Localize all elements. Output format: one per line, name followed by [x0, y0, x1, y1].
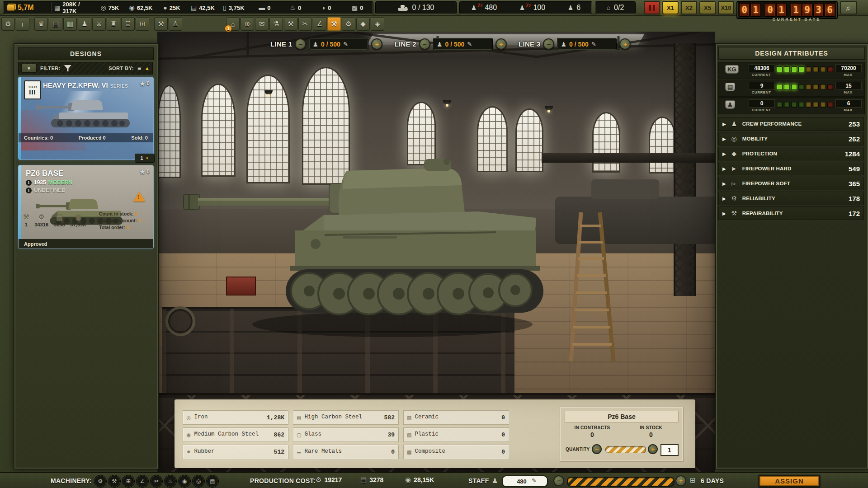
- welder-machine-icon[interactable]: ∠: [136, 475, 149, 488]
- worker-icon: ♟: [561, 41, 566, 47]
- staff-increase-button[interactable]: +: [675, 475, 686, 486]
- tuning-icon[interactable]: ✂: [298, 17, 312, 31]
- staff-count-input[interactable]: [502, 475, 548, 487]
- info-icon[interactable]: 1: [26, 188, 32, 193]
- mechanic-icon[interactable]: ⚒: [154, 17, 168, 31]
- gauge-current-value: 48306: [749, 64, 775, 72]
- conveyor-machine-icon[interactable]: ▤: [206, 475, 219, 488]
- milling-machine-icon[interactable]: ⚒: [108, 475, 121, 488]
- staff-decrease-button[interactable]: −: [553, 475, 564, 486]
- pause-button[interactable]: [644, 1, 660, 14]
- staff-slider[interactable]: [567, 477, 675, 487]
- line-quota-box: ♟ 0 / 500 ✎: [309, 38, 368, 50]
- design-card-series[interactable]: TIER III HEAVY PZ.KPFW. VISERIES ★0 Coun…: [18, 77, 154, 160]
- attr-protection[interactable]: ▶ ◆ PROTECTION 1284: [718, 147, 864, 160]
- tank-defense-icon[interactable]: ◈: [371, 17, 384, 31]
- info-icon[interactable]: i: [16, 17, 29, 31]
- expand-arrow-icon[interactable]: ▶: [722, 166, 726, 171]
- tank-depot-icon[interactable]: ◆: [356, 17, 370, 31]
- info-icon[interactable]: 1: [26, 180, 32, 186]
- collapse-dropdown-button[interactable]: ▼: [21, 64, 37, 73]
- attr-reliability[interactable]: ▶ ⚙ RELIABILITY 178: [718, 192, 864, 205]
- speed-x10-button[interactable]: X10: [718, 1, 734, 14]
- press-machine-icon[interactable]: ⊞: [122, 475, 135, 488]
- attributes-panel-title: DESIGN ATTRIBUTES: [718, 47, 865, 60]
- military-icon[interactable]: ⚔: [92, 17, 106, 31]
- speed-x5-button[interactable]: X5: [699, 1, 716, 14]
- edit-icon[interactable]: ✎: [591, 41, 596, 47]
- line-increase-button[interactable]: +: [619, 38, 631, 50]
- megaphone-icon[interactable]: ♬: [840, 1, 857, 14]
- revision-dropdown[interactable]: 1 ▼: [135, 154, 155, 163]
- in-stock-value: 0: [622, 431, 680, 438]
- speed-x1-button[interactable]: X1: [662, 1, 679, 14]
- furnace-machine-icon[interactable]: ♨: [164, 475, 177, 488]
- era-badge: MODERN: [48, 179, 72, 186]
- crane-machine-icon[interactable]: ◎: [192, 475, 205, 488]
- government-icon[interactable]: ♖: [121, 17, 135, 31]
- quantity-input[interactable]: [660, 444, 679, 456]
- factory-icon[interactable]: ⌂1: [226, 17, 240, 31]
- vault-icon[interactable]: ⊞: [136, 17, 149, 31]
- lathe-machine-icon[interactable]: ⚙: [94, 475, 107, 488]
- engineer-icon[interactable]: ♙: [169, 17, 182, 31]
- quantity-decrease-button[interactable]: −: [592, 444, 602, 454]
- quantity-slider[interactable]: [605, 446, 646, 453]
- line-decrease-button[interactable]: −: [419, 38, 430, 50]
- grinder-machine-icon[interactable]: ◉: [178, 475, 191, 488]
- resource-item: ▯ 3,75K: [218, 2, 249, 14]
- design-card-base[interactable]: PZ6 BASE ★0 1 1935 MODERN 1 UNDEFINED: [18, 165, 154, 249]
- toolbar-glyph: i: [22, 20, 23, 28]
- attr-firepower-hard[interactable]: ▶ ► FIREPOWER HARD 549: [718, 162, 864, 175]
- workshop-icon[interactable]: ⚒: [284, 17, 297, 31]
- design-tools-icon[interactable]: ∠: [313, 17, 326, 31]
- achievements-icon[interactable]: ♛: [34, 17, 48, 31]
- line-decrease-button[interactable]: −: [295, 38, 306, 50]
- line-increase-button[interactable]: +: [371, 38, 382, 50]
- expand-arrow-icon[interactable]: ▶: [722, 181, 726, 186]
- newspaper-icon[interactable]: ▤: [49, 17, 62, 31]
- material-icon: ▧: [407, 414, 411, 422]
- steel-plates-icon: ▤: [191, 5, 197, 11]
- expand-arrow-icon[interactable]: ▶: [722, 136, 726, 141]
- expand-arrow-icon[interactable]: ▶: [722, 211, 726, 216]
- reports-icon[interactable]: ▥: [63, 17, 77, 31]
- expand-arrow-icon[interactable]: ▶: [722, 122, 726, 127]
- filter-funnel-icon[interactable]: [64, 65, 71, 71]
- sort-direction-icon[interactable]: ▲: [145, 66, 150, 71]
- attr-firepower-soft[interactable]: ▶ ▻ FIREPOWER SOFT 365: [718, 177, 864, 190]
- edit-icon[interactable]: ✎: [467, 41, 472, 47]
- agents-icon[interactable]: ♟: [78, 17, 91, 31]
- filter-label: FILTER:: [40, 66, 61, 71]
- max-label: MAX: [835, 108, 861, 112]
- line-decrease-button[interactable]: −: [543, 38, 554, 50]
- attr-crew-performance[interactable]: ▶ ♟ CREW PERFORMANCE 253: [718, 117, 864, 131]
- material-composite: ▩ Composite 0: [403, 445, 509, 459]
- engine-icon[interactable]: ⚙: [342, 17, 355, 31]
- warning-icon[interactable]: [133, 192, 145, 202]
- speed-x2-button[interactable]: X2: [681, 1, 697, 14]
- gauge-led: [777, 102, 783, 108]
- contracts-icon[interactable]: ✉: [255, 17, 269, 31]
- drill-machine-icon[interactable]: ✂: [150, 475, 163, 488]
- expand-arrow-icon[interactable]: ▶: [722, 151, 726, 156]
- sort-icon[interactable]: ≡: [137, 65, 141, 72]
- settings-icon[interactable]: ⚙: [1, 17, 15, 31]
- tank-model: [180, 122, 555, 352]
- attr-mobility[interactable]: ▶ ◎ MOBILITY 262: [718, 132, 864, 145]
- edit-icon[interactable]: ✎: [343, 41, 348, 47]
- quantity-increase-button[interactable]: +: [648, 444, 658, 454]
- modules-icon: ▤: [725, 83, 735, 91]
- attr-repairability[interactable]: ▶ ⚒ REPAIRABILITY 172: [718, 206, 864, 220]
- gauge-max-value: 70200: [835, 64, 862, 72]
- production-hammer-icon[interactable]: ⚒: [327, 17, 341, 31]
- edit-icon[interactable]: ✎: [532, 477, 537, 484]
- expand-arrow-icon[interactable]: ▶: [722, 196, 726, 201]
- material-icon: ◎: [187, 414, 190, 422]
- date-digit: 0: [765, 3, 775, 17]
- world-market-icon[interactable]: ⊕: [241, 17, 254, 31]
- city-icon[interactable]: ♜: [107, 17, 120, 31]
- research-icon[interactable]: ⚗: [269, 17, 283, 31]
- assign-button[interactable]: ASSIGN: [759, 475, 820, 487]
- line-increase-button[interactable]: +: [495, 38, 507, 50]
